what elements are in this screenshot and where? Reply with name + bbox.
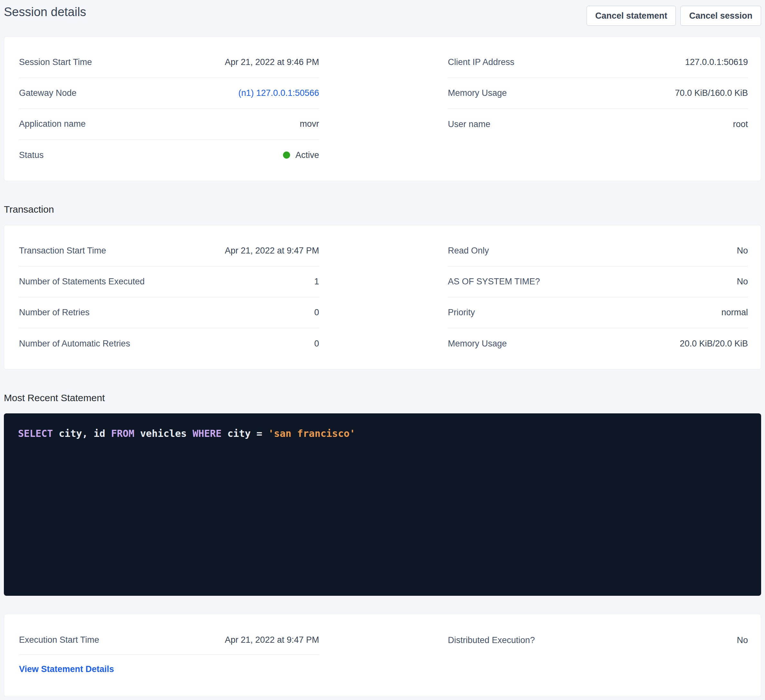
row-label: Number of Retries	[19, 308, 90, 317]
row-value: Apr 21, 2022 at 9:46 PM	[225, 57, 319, 67]
sql-text: city =	[222, 428, 268, 439]
transaction-grid: Transaction Start Time Apr 21, 2022 at 9…	[4, 225, 761, 369]
transaction-card: Transaction Start Time Apr 21, 2022 at 9…	[4, 225, 761, 370]
row-label: Status	[19, 150, 44, 160]
row-memory-usage: Memory Usage 70.0 KiB/160.0 KiB	[448, 78, 748, 109]
row-transaction-memory-usage: Memory Usage 20.0 KiB/20.0 KiB	[448, 328, 748, 359]
row-label: Number of Statements Executed	[19, 277, 145, 287]
sql-text: city, id	[53, 428, 111, 439]
row-label: Application name	[19, 119, 86, 129]
sql-string-literal: 'san francisco'	[268, 428, 356, 439]
row-value: 20.0 KiB/20.0 KiB	[680, 339, 748, 349]
row-value: Apr 21, 2022 at 9:47 PM	[225, 635, 319, 645]
row-value: No	[737, 635, 748, 645]
row-value: 1	[314, 277, 319, 287]
row-label: Session Start Time	[19, 57, 92, 67]
row-value: Apr 21, 2022 at 9:47 PM	[225, 246, 319, 256]
transaction-left-column: Transaction Start Time Apr 21, 2022 at 9…	[19, 235, 319, 359]
row-client-ip-address: Client IP Address 127.0.0.1:50619	[448, 47, 748, 78]
row-application-name: Application name movr	[19, 109, 319, 140]
row-value: movr	[300, 119, 319, 129]
session-summary-grid: Session Start Time Apr 21, 2022 at 9:46 …	[4, 37, 761, 181]
row-label: Memory Usage	[448, 88, 507, 98]
row-priority: Priority normal	[448, 297, 748, 328]
status-badge: Active	[283, 150, 319, 160]
cancel-statement-button[interactable]: Cancel statement	[587, 6, 676, 26]
execution-grid: Execution Start Time Apr 21, 2022 at 9:4…	[4, 614, 761, 697]
row-value: No	[737, 277, 748, 287]
row-transaction-start-time: Transaction Start Time Apr 21, 2022 at 9…	[19, 235, 319, 266]
row-value: 0	[314, 339, 319, 349]
row-label: Transaction Start Time	[19, 246, 106, 256]
row-value: 127.0.0.1:50619	[685, 57, 748, 67]
sql-keyword: WHERE	[192, 428, 222, 439]
execution-left-column: Execution Start Time Apr 21, 2022 at 9:4…	[19, 626, 319, 684]
row-distributed-execution: Distributed Execution? No	[448, 626, 748, 654]
sql-text: vehicles	[134, 428, 192, 439]
page-title: Session details	[4, 5, 86, 19]
status-active-dot-icon	[283, 152, 290, 159]
row-label: User name	[448, 119, 490, 129]
session-summary-card: Session Start Time Apr 21, 2022 at 9:46 …	[4, 36, 761, 181]
sql-keyword: SELECT	[18, 428, 53, 439]
sql-statement-box: SELECT city, id FROM vehicles WHERE city…	[4, 413, 761, 596]
row-session-start-time: Session Start Time Apr 21, 2022 at 9:46 …	[19, 47, 319, 78]
row-read-only: Read Only No	[448, 235, 748, 266]
row-label: AS OF SYSTEM TIME?	[448, 277, 540, 287]
row-as-of-system-time: AS OF SYSTEM TIME? No	[448, 266, 748, 297]
row-automatic-retries: Number of Automatic Retries 0	[19, 328, 319, 359]
header-actions: Cancel statement Cancel session	[587, 6, 761, 26]
sql-keyword: FROM	[111, 428, 134, 439]
row-label: Distributed Execution?	[448, 635, 535, 645]
view-statement-details-link[interactable]: View Statement Details	[19, 664, 114, 674]
row-value: root	[733, 119, 748, 129]
session-details-page: Session details Cancel statement Cancel …	[0, 0, 765, 700]
row-statements-executed: Number of Statements Executed 1	[19, 266, 319, 297]
session-left-column: Session Start Time Apr 21, 2022 at 9:46 …	[19, 47, 319, 171]
row-execution-start-time: Execution Start Time Apr 21, 2022 at 9:4…	[19, 626, 319, 654]
cancel-session-button[interactable]: Cancel session	[680, 6, 761, 26]
row-gateway-node: Gateway Node (n1) 127.0.0.1:50566	[19, 78, 319, 109]
execution-right-column: Distributed Execution? No	[448, 626, 748, 684]
row-label: Read Only	[448, 246, 489, 256]
row-view-statement-details: View Statement Details	[19, 654, 319, 684]
row-value: normal	[721, 308, 748, 317]
row-label: Gateway Node	[19, 88, 77, 98]
session-right-column: Client IP Address 127.0.0.1:50619 Memory…	[448, 47, 748, 171]
row-status: Status Active	[19, 140, 319, 171]
row-label: Execution Start Time	[19, 635, 99, 645]
execution-details-card: Execution Start Time Apr 21, 2022 at 9:4…	[4, 614, 761, 697]
row-label: Number of Automatic Retries	[19, 339, 130, 349]
gateway-node-link[interactable]: (n1) 127.0.0.1:50566	[238, 88, 319, 98]
page-header: Session details Cancel statement Cancel …	[4, 5, 761, 26]
transaction-section-heading: Transaction	[4, 204, 761, 215]
row-label: Client IP Address	[448, 57, 515, 67]
row-value: No	[737, 246, 748, 256]
transaction-right-column: Read Only No AS OF SYSTEM TIME? No Prior…	[448, 235, 748, 359]
row-user-name: User name root	[448, 109, 748, 140]
row-label: Memory Usage	[448, 339, 507, 349]
row-value: 70.0 KiB/160.0 KiB	[675, 88, 748, 98]
row-label: Priority	[448, 308, 475, 317]
most-recent-statement-heading: Most Recent Statement	[4, 392, 761, 404]
status-text: Active	[295, 150, 319, 160]
row-value: 0	[314, 308, 319, 317]
row-number-of-retries: Number of Retries 0	[19, 297, 319, 328]
